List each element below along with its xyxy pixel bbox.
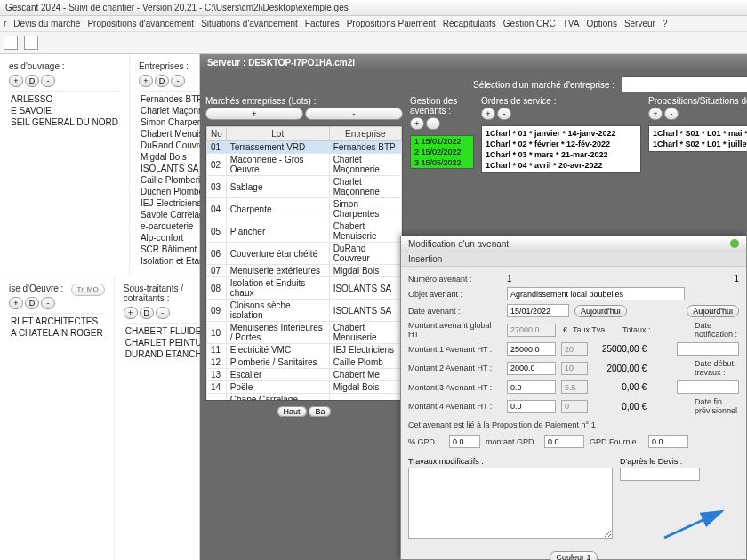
gpd-input[interactable] [449,435,480,448]
menu-options[interactable]: Options [586,19,616,28]
os-del[interactable]: - [497,108,511,120]
mo-del[interactable]: - [41,75,55,87]
m3-input[interactable] [507,380,556,394]
menu-situations-d'avancement[interactable]: Situations d'avancement [201,19,298,28]
table-row[interactable]: 05PlancherChabert Menuiserie [207,220,402,243]
table-row[interactable]: 14PoëleMigdal Bois [207,381,402,394]
tool-icon-2[interactable] [24,36,38,50]
menu-gestion-crc[interactable]: Gestion CRC [503,19,556,28]
mo-add[interactable]: + [9,75,23,87]
obj-input[interactable] [507,287,685,300]
menu-récapitulatifs[interactable]: Récapitulatifs [443,19,496,28]
menu-?[interactable]: ? [663,19,668,28]
table-row[interactable]: 04CharpenteSimon Charpentes [207,198,402,220]
list-item[interactable]: 1Charl * 01 * janvier * 14-janv-2022 [484,128,639,139]
today-button[interactable]: Aujourd'hui [574,305,627,317]
os-label: Ordres de service : [481,96,556,106]
market-combo-label: Sélection d'un marché d'entreprise : [473,80,614,90]
list-item[interactable]: 1Charl * S02 * L01 * juillet [651,139,747,149]
tot-label: Totaux : [622,325,667,334]
menu-serveur[interactable]: Serveur [624,19,655,28]
av-add[interactable]: + [410,117,424,130]
list-item[interactable]: 2 15/02/2022 [411,147,473,157]
avenants-list[interactable]: 1 15/01/20222 15/02/20223 15/05/2022 [410,135,474,169]
m4-input[interactable] [507,400,556,413]
list-item[interactable]: 3 15/05/2022 [411,157,473,168]
m1-label: Montant 1 Avenant HT : [408,345,502,354]
moe-d[interactable]: D [25,297,39,309]
st-add[interactable]: + [124,307,138,319]
bas-button[interactable]: Ba [309,406,331,417]
tri-mo[interactable]: Tri MO [71,284,105,296]
menu-r[interactable]: r [4,19,6,28]
table-row[interactable]: 01Terrassement VRDFernandes BTP [207,141,402,154]
m1-input[interactable] [507,342,556,356]
mg-label: Montant avenant global HT : [408,321,502,339]
lots-grid[interactable]: NoLotEntreprise01Terrassement VRDFernand… [205,125,403,401]
list-item[interactable]: RLET ARCHITECTES [9,316,105,327]
ent-d[interactable]: D [155,75,169,87]
table-row[interactable]: 10Menuiseries Intérieures / PortesChaber… [207,322,402,344]
menu-tva[interactable]: TVA [563,19,580,28]
t3-input [561,380,588,394]
list-item[interactable]: 1Charl * 02 * février * 12-fév-2022 [484,139,639,149]
list-item[interactable]: 1Charl * 03 * mars * 21-mar-2022 [484,149,639,160]
table-row[interactable]: 06Couverture étanchéitéDuRand Couvreur [207,243,402,265]
av-del[interactable]: - [426,117,440,130]
couleur1-button[interactable]: Couleur 1 [550,551,597,560]
list-item[interactable]: 1Charl * S01 * L01 * mai * [651,128,747,139]
ent-add[interactable]: + [139,75,153,87]
menubar: rDevis du marchéPropositions d'avancemen… [0,16,747,32]
moe-del[interactable]: - [41,297,55,309]
ps-list[interactable]: 1Charl * S01 * L01 * mai *1Charl * S02 *… [648,125,747,152]
table-row[interactable]: 12Plomberie / SanitairesCaille Plomb [207,356,402,369]
table-row[interactable]: 13EscalierChabert Me [207,369,402,381]
menu-propositions-d'avancement[interactable]: Propositions d'avancement [87,19,194,28]
moe-list[interactable]: RLET ARCHITECTESA CHATELAIN ROGER [9,313,105,340]
date-input[interactable] [507,304,569,317]
st-del[interactable]: - [156,307,170,319]
num-label: Numéro avenant : [408,275,502,284]
moe-add[interactable]: + [9,297,23,309]
devis-input[interactable] [620,468,700,481]
notif-input[interactable] [677,342,739,356]
mo-d[interactable]: D [25,75,39,87]
tool-icon-1[interactable] [4,36,18,50]
list-item[interactable]: E SAVOIE [9,105,120,116]
ps-del[interactable]: - [664,108,679,120]
os-add[interactable]: + [481,108,495,120]
table-row[interactable]: 02Maçonnerie - Gros OeuvreCharlet Maçonn… [207,154,402,176]
menu-devis-du-marché[interactable]: Devis du marché [13,19,80,28]
st-d[interactable]: D [140,307,154,319]
tm-textarea[interactable] [408,468,613,539]
table-row[interactable]: 11Electricité VMCIEJ Electriciens [207,344,402,356]
t4-input [561,400,588,413]
table-row[interactable]: 09Cloisons sèche isolationISOLANTS SA [207,300,402,322]
menu-factures[interactable]: Factures [305,19,340,28]
gpdf-input[interactable] [648,435,688,448]
list-item[interactable]: SEIL GENERAL DU NORD [9,116,120,128]
dt-input[interactable] [677,380,739,394]
ent-del[interactable]: - [171,75,185,87]
m4-label: Montant 4 Avenant HT : [408,402,502,411]
os-list[interactable]: 1Charl * 01 * janvier * 14-janv-20221Cha… [481,125,641,173]
today2-button[interactable]: Aujourd'hui [687,305,739,317]
mo-list[interactable]: ARLESSOE SAVOIESEIL GENERAL DU NORD [9,91,120,130]
gpdm-input[interactable] [544,435,584,448]
list-item[interactable]: 1 15/01/2022 [411,136,473,147]
table-row[interactable]: 07Menuiserie extérieuresMigdal Bois [207,265,402,277]
t2-input [561,362,588,375]
marches-add[interactable]: + [205,108,303,120]
table-row[interactable]: 08Isolation et Enduits chauxISOLANTS SA [207,277,402,300]
haut-button[interactable]: Haut [277,406,307,417]
ps-add[interactable]: + [648,108,663,120]
menu-propositions-paiement[interactable]: Propositions Paiement [347,19,436,28]
list-item[interactable]: A CHATELAIN ROGER [9,327,105,339]
market-combo[interactable] [622,76,747,92]
table-row[interactable]: 03SablageCharlet Maçonnerie [207,176,402,198]
marches-del[interactable]: - [305,108,403,120]
m2-input[interactable] [507,362,556,375]
list-item[interactable]: 1Charl * 04 * avril * 20-avr-2022 [484,160,639,171]
table-row[interactable]: 15Chape Carrelage FaïencesFernandes B [207,394,402,402]
list-item[interactable]: ARLESSO [9,93,120,105]
